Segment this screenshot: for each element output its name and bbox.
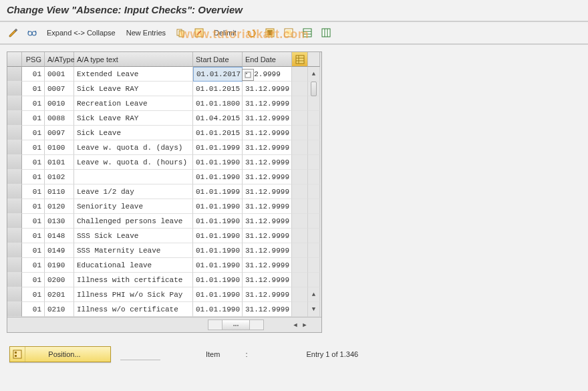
delete-icon[interactable]: [192, 26, 206, 39]
cell-aatext[interactable]: Leave w. quota d. (days): [74, 140, 193, 155]
undo-icon[interactable]: [245, 26, 258, 39]
cell-end-date[interactable]: 31.12.9999: [243, 96, 292, 111]
vscroll-down-icon[interactable]: ▼: [308, 302, 320, 317]
row-select-handle[interactable]: [7, 111, 22, 126]
vscroll-track[interactable]: [308, 96, 320, 111]
delimit-button[interactable]: Delimit: [211, 29, 239, 37]
new-entries-button[interactable]: New Entries: [124, 29, 168, 37]
cell-psg[interactable]: 01: [22, 82, 45, 96]
row-select-handle[interactable]: [7, 67, 22, 82]
header-end-date[interactable]: End Date: [243, 52, 292, 67]
cell-aatext[interactable]: Extended Leave: [74, 67, 193, 82]
cell-aatext[interactable]: Illness PHI w/o Sick Pay: [74, 287, 193, 302]
cell-end-date[interactable]: 31.12.9999: [243, 302, 292, 317]
table-row[interactable]: 010100Leave w. quota d. (days)01.01.1999…: [7, 140, 321, 155]
cell-start-date[interactable]: 01.01.1990: [193, 170, 243, 184]
cell-aatext[interactable]: Sick Leave: [74, 126, 193, 140]
row-select-handle[interactable]: [7, 273, 22, 287]
cell-end-date[interactable]: 31.12.9999: [243, 140, 292, 155]
position-button[interactable]: Position...: [9, 346, 111, 362]
cell-aatext[interactable]: Recreation Leave: [74, 96, 193, 111]
cell-end-date[interactable]: 31.12.9999: [243, 184, 292, 199]
header-start-date[interactable]: Start Date: [193, 52, 243, 67]
select-all-icon[interactable]: [263, 26, 277, 39]
cell-psg[interactable]: 01: [22, 184, 45, 199]
vscroll-up-icon[interactable]: ▲: [308, 67, 320, 82]
status-input-1[interactable]: [120, 349, 160, 360]
table-row[interactable]: 010200Illness with certificate01.01.1990…: [7, 273, 321, 287]
cell-end-date[interactable]: 31.12.9999: [243, 126, 292, 140]
cell-aatext[interactable]: [74, 170, 193, 184]
cell-aatype[interactable]: 0097: [45, 126, 74, 140]
header-aatext[interactable]: A/A type text: [74, 52, 193, 67]
row-select-handle[interactable]: [7, 229, 22, 243]
table-row[interactable]: 010101Leave w. quota d. (hours)01.01.199…: [7, 155, 321, 170]
row-select-handle[interactable]: [7, 126, 22, 140]
cell-start-date[interactable]: 01.01.1990: [193, 155, 243, 170]
cell-end-date[interactable]: 31.12.9999: [243, 287, 292, 302]
cell-start-date[interactable]: 01.01.1990: [193, 273, 243, 287]
table-row[interactable]: 010130Challenged persons leave01.01.1990…: [7, 214, 321, 229]
table-row[interactable]: 010148SSS Sick Leave01.01.199031.12.9999: [7, 229, 321, 243]
table-row[interactable]: 010010Recreation Leave01.01.180031.12.99…: [7, 96, 321, 111]
vscroll-thumb[interactable]: [308, 82, 320, 96]
header-aatype[interactable]: A/AType: [45, 52, 74, 67]
table-row[interactable]: 010007Sick Leave RAY01.01.201531.12.9999: [7, 82, 321, 96]
cell-aatype[interactable]: 0001: [45, 67, 74, 82]
cell-start-date[interactable]: 01.01.1990: [193, 214, 243, 229]
cell-aatext[interactable]: Sick Leave RAY: [74, 111, 193, 126]
cell-start-date[interactable]: 01.01.1990: [193, 287, 243, 302]
cell-start-date[interactable]: 01.01.1990: [193, 229, 243, 243]
cell-start-date[interactable]: 01.04.2015: [193, 111, 243, 126]
vscroll-track[interactable]: [308, 170, 320, 184]
cell-aatype[interactable]: 0120: [45, 199, 74, 214]
table-row[interactable]: 010190Educational leave01.01.199031.12.9…: [7, 258, 321, 273]
cell-aatext[interactable]: Sick Leave RAY: [74, 82, 193, 96]
cell-aatype[interactable]: 0010: [45, 96, 74, 111]
cell-aatext[interactable]: Illness w/o certificate: [74, 302, 193, 317]
cell-psg[interactable]: 01: [22, 111, 45, 126]
vscroll-track[interactable]: [308, 155, 320, 170]
cell-psg[interactable]: 01: [22, 140, 45, 155]
header-select-all[interactable]: [7, 52, 22, 67]
cell-aatype[interactable]: 0130: [45, 214, 74, 229]
cell-psg[interactable]: 01: [22, 243, 45, 258]
cell-psg[interactable]: 01: [22, 273, 45, 287]
cell-start-date[interactable]: 01.01.1990: [193, 258, 243, 273]
table-row[interactable]: 010088Sick Leave RAY01.04.201531.12.9999: [7, 111, 321, 126]
cell-start-date[interactable]: 01.01.2015: [193, 82, 243, 96]
cell-aatype[interactable]: 0149: [45, 243, 74, 258]
table-row[interactable]: 010201Illness PHI w/o Sick Pay01.01.1990…: [7, 287, 321, 302]
cell-end-date[interactable]: 31.12.9999: [243, 199, 292, 214]
cell-start-date[interactable]: 01.01.2015: [193, 126, 243, 140]
table-row[interactable]: 010149SSS Maternity Leave01.01.199031.12…: [7, 243, 321, 258]
cell-end-date[interactable]: 31.12.9999: [243, 214, 292, 229]
cell-aatype[interactable]: 0110: [45, 184, 74, 199]
cell-psg[interactable]: 01: [22, 96, 45, 111]
f4-help-icon[interactable]: [242, 69, 254, 81]
cell-end-date[interactable]: 31.12.9999: [243, 273, 292, 287]
cell-psg[interactable]: 01: [22, 126, 45, 140]
cell-aatext[interactable]: Illness with certificate: [74, 273, 193, 287]
cell-start-date[interactable]: 01.01.1990: [193, 302, 243, 317]
cell-psg[interactable]: 01: [22, 229, 45, 243]
deselect-all-icon[interactable]: [282, 26, 295, 39]
vscroll-track[interactable]: [308, 184, 320, 199]
table-row[interactable]: 010210Illness w/o certificate01.01.19903…: [7, 302, 321, 317]
cell-end-date[interactable]: 31.12.9999: [243, 229, 292, 243]
row-select-handle[interactable]: [7, 199, 22, 214]
table-row[interactable]: 010001Extended Leave01.01.2017.12.9999▲: [7, 67, 321, 82]
table-row[interactable]: 010110Leave 1/2 day01.01.199931.12.9999: [7, 184, 321, 199]
hscroll-right-icon[interactable]: ►: [300, 320, 309, 330]
cell-end-date[interactable]: 31.12.9999: [243, 170, 292, 184]
row-select-handle[interactable]: [7, 184, 22, 199]
cell-psg[interactable]: 01: [22, 170, 45, 184]
cell-aatype[interactable]: 0100: [45, 140, 74, 155]
vscroll-step-up-icon[interactable]: ▲: [308, 287, 320, 302]
expand-collapse-button[interactable]: Expand <-> Collapse: [44, 29, 118, 37]
cell-end-date[interactable]: 31.12.9999: [243, 155, 292, 170]
cell-aatype[interactable]: 0102: [45, 170, 74, 184]
print-icon[interactable]: [319, 26, 333, 39]
cell-psg[interactable]: 01: [22, 199, 45, 214]
cell-start-date[interactable]: 01.01.2017: [193, 67, 243, 82]
